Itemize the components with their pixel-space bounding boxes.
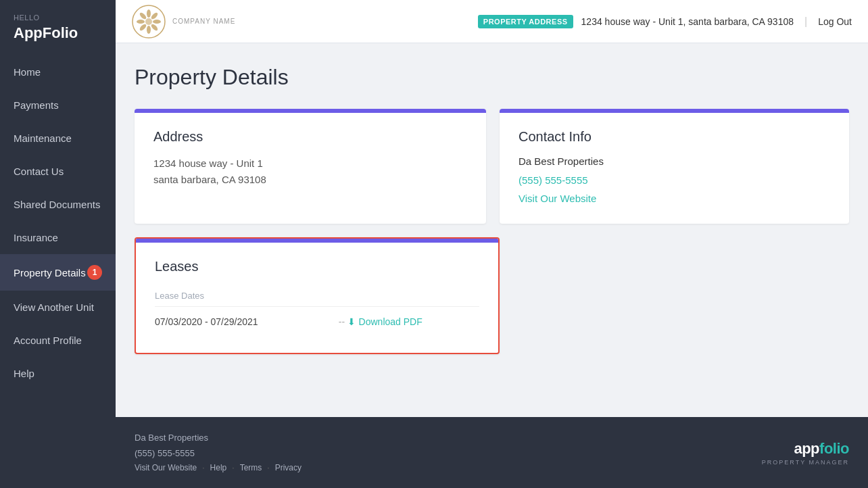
svg-point-4 (150, 23, 159, 32)
sidebar-item-label: Payments (14, 99, 59, 111)
logout-button[interactable]: Log Out (818, 16, 852, 27)
address-line-1: 1234 house way - Unit 1 (153, 155, 467, 172)
sidebar-item-label: Contact Us (14, 166, 64, 177)
leases-col-2 (336, 285, 347, 307)
svg-point-1 (147, 9, 151, 18)
sidebar: HELLO AppFolio Home Payments Maintenance… (0, 0, 116, 488)
sidebar-item-insurance[interactable]: Insurance (0, 221, 116, 254)
property-address-value: 1234 house way - Unit 1, santa barbara, … (581, 16, 794, 27)
svg-point-9 (145, 18, 152, 25)
address-card-body: Address 1234 house way - Unit 1 santa ba… (135, 113, 486, 204)
lease-download-cell: ⬇ Download PDF (347, 307, 479, 337)
lease-dates: 07/03/2020 - 07/29/2021 (155, 307, 336, 337)
contact-card-title: Contact Info (519, 129, 830, 145)
contact-website[interactable]: Visit Our Website (519, 189, 830, 208)
footer-logo-area: appfolio PROPERTY MANAGER (762, 440, 849, 466)
sidebar-item-shared-documents[interactable]: Shared Documents (0, 188, 116, 221)
download-pdf-label: Download PDF (359, 316, 423, 327)
header-right: PROPERTY ADDRESS 1234 house way - Unit 1… (478, 15, 852, 28)
svg-point-6 (139, 23, 147, 32)
leases-table: Lease Dates 07/03/2020 - 07/29/2021 -- (155, 285, 479, 337)
header: COMPANY NAME PROPERTY ADDRESS 1234 house… (116, 0, 868, 43)
address-card: Address 1234 house way - Unit 1 santa ba… (135, 109, 486, 224)
leases-card-body: Leases Lease Dates 07/03/2020 - 07/29/2 (136, 243, 498, 353)
sidebar-item-label: Home (14, 66, 41, 78)
footer-dot-1: · (202, 461, 204, 474)
footer-help-link[interactable]: Help (210, 461, 227, 474)
svg-point-8 (139, 11, 147, 20)
footer-dot-2: · (232, 461, 234, 474)
svg-point-5 (147, 26, 151, 34)
svg-point-3 (153, 20, 161, 24)
address-line-2: santa barbara, CA 93108 (153, 172, 467, 188)
footer-terms-link[interactable]: Terms (240, 461, 262, 474)
sidebar-nav: Home Payments Maintenance Contact Us Sha… (0, 55, 116, 488)
leases-col-dates: Lease Dates (155, 285, 336, 307)
page-title: Property Details (135, 65, 849, 90)
company-logo-area: COMPANY NAME (132, 5, 235, 39)
footer-left: Da Best Properties (555) 555-5555 Visit … (135, 431, 302, 474)
footer-logo: appfolio (794, 440, 849, 458)
svg-point-2 (150, 11, 159, 20)
footer: Da Best Properties (555) 555-5555 Visit … (116, 417, 868, 488)
leases-col-3 (347, 285, 479, 307)
contact-phone[interactable]: (555) 555-5555 (519, 171, 830, 189)
sidebar-hello-label: HELLO (0, 0, 116, 24)
sidebar-item-label: Account Profile (14, 335, 82, 346)
contact-card-body: Contact Info Da Best Properties (555) 55… (500, 113, 849, 224)
company-logo-icon (132, 5, 166, 39)
property-address-badge: PROPERTY ADDRESS (478, 15, 573, 28)
header-divider: | (804, 16, 807, 28)
sidebar-item-label: Insurance (14, 232, 58, 243)
sidebar-item-property-details[interactable]: Property Details 1 (0, 254, 116, 291)
address-card-title: Address (153, 129, 467, 145)
footer-company: Da Best Properties (135, 431, 302, 445)
sidebar-item-label: Maintenance (14, 132, 72, 144)
sidebar-item-label: View Another Unit (14, 301, 94, 313)
lease-separator: -- (336, 307, 347, 337)
company-name-text: COMPANY NAME (172, 18, 235, 25)
sidebar-item-help[interactable]: Help (0, 357, 116, 390)
footer-logo-text: appfolio (794, 440, 849, 458)
sidebar-item-contact-us[interactable]: Contact Us (0, 155, 116, 188)
footer-phone: (555) 555-5555 (135, 446, 302, 461)
sidebar-item-home[interactable]: Home (0, 55, 116, 89)
footer-logo-sub: PROPERTY MANAGER (762, 459, 849, 466)
download-pdf-link[interactable]: ⬇ Download PDF (347, 316, 479, 327)
footer-links: Visit Our Website · Help · Terms · Priva… (135, 461, 302, 474)
footer-dot-3: · (267, 461, 269, 474)
svg-point-7 (137, 20, 145, 24)
sidebar-item-label: Property Details (14, 267, 86, 278)
contact-card: Contact Info Da Best Properties (555) 55… (500, 109, 849, 224)
footer-website-link[interactable]: Visit Our Website (135, 461, 197, 474)
leases-card-title: Leases (155, 259, 479, 274)
footer-privacy-link[interactable]: Privacy (275, 461, 302, 474)
property-details-badge: 1 (87, 265, 102, 280)
download-icon: ⬇ (347, 316, 356, 327)
sidebar-app-name: AppFolio (0, 24, 116, 55)
sidebar-item-label: Help (14, 368, 34, 379)
sidebar-item-maintenance[interactable]: Maintenance (0, 122, 116, 155)
table-row: 07/03/2020 - 07/29/2021 -- ⬇ Download PD… (155, 307, 479, 337)
leases-card: Leases Lease Dates 07/03/2020 - 07/29/2 (135, 237, 500, 354)
main-content: Property Details Address 1234 house way … (116, 43, 868, 417)
sidebar-item-view-another-unit[interactable]: View Another Unit (0, 291, 116, 324)
sidebar-item-account-profile[interactable]: Account Profile (0, 324, 116, 357)
main-area: COMPANY NAME PROPERTY ADDRESS 1234 house… (116, 0, 868, 488)
sidebar-item-label: Shared Documents (14, 199, 100, 210)
sidebar-item-payments[interactable]: Payments (0, 89, 116, 122)
top-cards-row: Address 1234 house way - Unit 1 santa ba… (135, 109, 849, 224)
contact-company: Da Best Properties (519, 155, 830, 167)
